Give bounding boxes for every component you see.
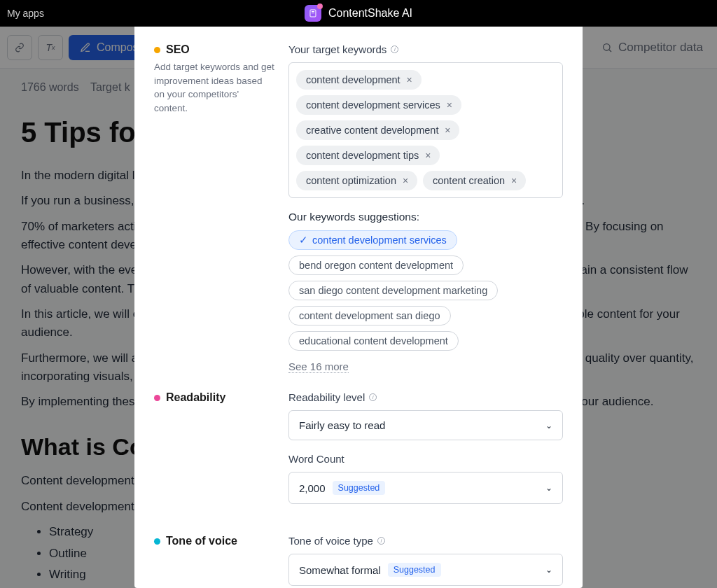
readability-dot-icon	[154, 395, 160, 401]
see-more-link[interactable]: See 16 more	[288, 360, 349, 373]
suggestions-label: Our keywords suggestions:	[288, 211, 419, 223]
suggested-badge: Suggested	[333, 481, 386, 495]
suggestion-chip[interactable]: san diego content development marketing	[288, 281, 498, 300]
chip-label: content development services	[312, 234, 447, 246]
seo-title: SEO	[166, 43, 190, 56]
chip-label: educational content development	[299, 335, 448, 346]
keyword-tag[interactable]: creative content development×	[296, 120, 459, 140]
settings-modal: SEO Add target keywords and get improvem…	[134, 27, 583, 588]
readability-section: Readability Readability level i Fairly e…	[154, 391, 563, 517]
seo-description: Add target keywords and get improvement …	[154, 60, 274, 115]
wordcount-select[interactable]: 2,000 Suggested ⌄	[288, 472, 563, 504]
keyword-tag[interactable]: content creation×	[423, 171, 526, 190]
tag-label: content optimization	[306, 175, 396, 186]
chevron-down-icon: ⌄	[545, 565, 552, 575]
readability-level-label: Readability level	[288, 391, 365, 403]
keyword-tag[interactable]: content development tips×	[296, 146, 440, 165]
tone-dot-icon	[154, 538, 160, 545]
readability-title: Readability	[166, 391, 225, 404]
remove-tag-icon[interactable]: ×	[423, 150, 433, 161]
chip-label: content development san diego	[299, 310, 440, 321]
tag-label: content development services	[306, 99, 440, 111]
app-topbar: My apps ContentShake AI	[0, 0, 717, 27]
keyword-tag[interactable]: content development services×	[296, 95, 461, 115]
select-value: Somewhat formal	[299, 564, 381, 576]
my-apps-link[interactable]: My apps	[7, 8, 44, 19]
tone-title: Tone of voice	[166, 535, 237, 547]
tag-label: content development tips	[306, 150, 419, 161]
suggestion-chip[interactable]: content development san diego	[288, 306, 451, 326]
suggestion-chip[interactable]: educational content development	[288, 331, 459, 351]
keywords-input[interactable]: content development×content development …	[288, 62, 563, 198]
info-icon[interactable]: i	[377, 537, 385, 545]
tone-type-label: Tone of voice type	[288, 535, 373, 547]
chip-label: bend oregon content development	[299, 260, 453, 271]
select-value: Fairly easy to read	[299, 419, 385, 431]
info-icon[interactable]: i	[391, 46, 398, 53]
suggestions-list: ✓content development servicesbend oregon…	[288, 230, 563, 351]
tone-type-select[interactable]: Somewhat formal Suggested ⌄	[288, 554, 563, 586]
select-value: 2,000	[299, 482, 326, 494]
remove-tag-icon[interactable]: ×	[509, 175, 519, 186]
chevron-down-icon: ⌄	[545, 421, 552, 430]
tag-label: content creation	[433, 175, 505, 186]
seo-dot-icon	[154, 47, 160, 53]
keyword-tag[interactable]: content development×	[296, 70, 422, 90]
chip-label: san diego content development marketing	[299, 285, 487, 296]
suggestion-chip[interactable]: bend oregon content development	[288, 255, 464, 275]
seo-section: SEO Add target keywords and get improvem…	[154, 43, 563, 373]
remove-tag-icon[interactable]: ×	[401, 175, 410, 186]
tag-label: content development	[306, 74, 401, 85]
tag-label: creative content development	[306, 125, 438, 136]
keyword-tag[interactable]: content optimization×	[296, 171, 417, 190]
suggestion-chip[interactable]: ✓content development services	[288, 230, 457, 250]
info-icon[interactable]: i	[369, 393, 377, 401]
wordcount-label: Word Count	[288, 453, 344, 465]
check-icon: ✓	[299, 234, 308, 246]
suggested-badge: Suggested	[388, 563, 441, 577]
chevron-down-icon: ⌄	[545, 483, 552, 493]
remove-tag-icon[interactable]: ×	[443, 125, 452, 136]
keywords-label: Your target keywords	[288, 43, 387, 55]
readability-level-select[interactable]: Fairly easy to read ⌄	[288, 410, 563, 440]
tone-section: Tone of voice Tone of voice type i Somew…	[154, 535, 563, 586]
app-name: ContentShake AI	[328, 7, 412, 20]
remove-tag-icon[interactable]: ×	[405, 74, 415, 85]
app-icon	[305, 5, 321, 22]
remove-tag-icon[interactable]: ×	[445, 99, 454, 111]
